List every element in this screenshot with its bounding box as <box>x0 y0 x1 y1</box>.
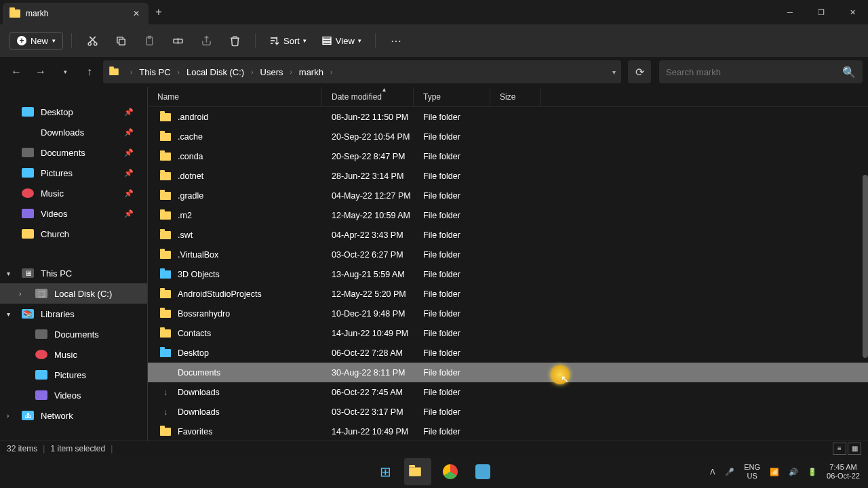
breadcrumb[interactable]: Users <box>259 67 285 77</box>
sidebar-item-downloads[interactable]: Downloads📌 <box>0 122 147 142</box>
file-row[interactable]: .gradle04-May-22 12:27 PMFile folder <box>148 186 868 205</box>
file-name: Downloads <box>178 407 220 417</box>
recent-dropdown[interactable]: ▾ <box>54 61 76 83</box>
language-indicator[interactable]: ENG US <box>744 463 760 481</box>
column-name[interactable]: Name <box>148 87 322 106</box>
chevron-down-icon[interactable]: ▾ <box>612 68 616 76</box>
sidebar-item-lib-videos[interactable]: Videos <box>0 385 147 405</box>
file-row[interactable]: ↓Downloads03-Oct-22 3:17 PMFile folder <box>148 402 868 422</box>
tray-chevron-icon[interactable]: ᐱ <box>710 468 715 476</box>
file-row[interactable]: 3D Objects13-Aug-21 5:59 AMFile folder <box>148 264 868 284</box>
close-window-button[interactable]: ✕ <box>837 0 868 24</box>
breadcrumb[interactable]: markh <box>298 67 325 77</box>
file-row[interactable]: Contacts14-Jun-22 10:49 PMFile folder <box>148 323 868 343</box>
file-row[interactable]: Bossranhydro10-Dec-21 9:48 PMFile folder <box>148 304 868 323</box>
file-row[interactable]: Desktop06-Oct-22 7:28 AMFile folder <box>148 343 868 363</box>
copy-button[interactable] <box>108 28 133 53</box>
refresh-button[interactable]: ⟳ <box>628 60 651 83</box>
search-input[interactable] <box>666 67 842 77</box>
file-row[interactable]: .conda20-Sep-22 8:47 PMFile folder <box>148 146 868 166</box>
breadcrumb[interactable]: Local Disk (C:) <box>185 67 245 77</box>
start-button[interactable]: ⊞ <box>372 458 399 485</box>
file-row[interactable]: .m212-May-22 10:59 AMFile folder <box>148 205 868 225</box>
file-date: 14-Jun-22 10:49 PM <box>322 329 414 338</box>
sidebar-item-desktop[interactable]: Desktop📌 <box>0 102 147 122</box>
back-button[interactable]: ← <box>5 61 27 83</box>
file-row[interactable]: Documents30-Aug-22 8:11 PMFile folder <box>148 363 868 382</box>
view-button[interactable]: View ▾ <box>316 28 367 53</box>
cut-button[interactable] <box>80 28 104 53</box>
file-row[interactable]: .android08-Jun-22 11:50 PMFile folder <box>148 107 868 127</box>
taskbar: ⊞ ᐱ 🎤 ENG US 📶 🔊 🔋 7:45 AM 06-Oct-22 <box>0 455 868 488</box>
chevron-right-icon[interactable]: › <box>7 412 9 420</box>
sort-button[interactable]: Sort ▾ <box>264 28 312 53</box>
file-date: 06-Oct-22 7:28 AM <box>322 348 414 358</box>
sidebar-item-localdisk[interactable]: › ⬚ Local Disk (C:) <box>0 283 147 304</box>
app-icon[interactable] <box>469 458 496 485</box>
tab-title: markh <box>26 9 131 18</box>
share-button[interactable] <box>194 28 218 53</box>
sidebar-item-libraries[interactable]: ▾ 📚 Libraries <box>0 304 147 324</box>
minimize-button[interactable]: ─ <box>774 0 806 24</box>
chevron-down-icon[interactable]: ▾ <box>7 270 10 277</box>
file-list: ▴ Name Date modified Type Size .android0… <box>148 87 868 470</box>
maximize-button[interactable]: ❐ <box>806 0 837 24</box>
sidebar-item-documents[interactable]: Documents📌 <box>0 142 147 163</box>
file-date: 08-Jun-22 11:50 PM <box>322 113 414 122</box>
search-box[interactable]: 🔍 <box>659 60 863 83</box>
navbar: ← → ▾ ↑ › This PC › Local Disk (C:) › Us… <box>0 57 868 87</box>
view-details-button[interactable]: ≡ <box>833 443 846 455</box>
file-row[interactable]: ↓Downloads06-Oct-22 7:45 AMFile folder <box>148 382 868 402</box>
file-date: 14-Jun-22 10:49 PM <box>322 427 414 436</box>
chevron-right-icon: › <box>175 68 182 76</box>
sidebar-item-network[interactable]: › 🖧 Network <box>0 405 147 426</box>
file-name: 3D Objects <box>178 270 220 279</box>
breadcrumb[interactable]: This PC <box>138 67 172 77</box>
sidebar-item-lib-music[interactable]: Music <box>0 344 147 365</box>
sidebar-item-lib-documents[interactable]: Documents <box>0 324 147 344</box>
address-bar[interactable]: › This PC › Local Disk (C:) › Users › ma… <box>103 60 621 83</box>
new-button[interactable]: + New ▾ <box>9 32 63 50</box>
column-date[interactable]: Date modified <box>322 87 414 106</box>
sidebar-item-thispc[interactable]: ▾ 🖥 This PC <box>0 263 147 283</box>
forward-button[interactable]: → <box>30 61 52 83</box>
file-row[interactable]: .VirtualBox03-Oct-22 6:27 PMFile folder <box>148 245 868 264</box>
paste-button[interactable] <box>137 28 161 53</box>
sidebar-item-church[interactable]: Church <box>0 224 147 244</box>
chrome-app[interactable] <box>437 458 464 485</box>
tab-current[interactable]: markh ✕ <box>3 3 149 24</box>
sidebar-item-pictures[interactable]: Pictures📌 <box>0 163 147 183</box>
scrollbar[interactable] <box>863 175 868 358</box>
mic-icon[interactable]: 🎤 <box>725 468 734 476</box>
file-row[interactable]: AndroidStudioProjects12-May-22 5:20 PMFi… <box>148 284 868 304</box>
close-tab-icon[interactable]: ✕ <box>131 9 142 18</box>
docs-icon <box>22 148 34 157</box>
file-row[interactable]: .dotnet28-Jun-22 3:14 PMFile folder <box>148 166 868 186</box>
chevron-right-icon[interactable]: › <box>19 290 21 298</box>
chevron-down-icon[interactable]: ▾ <box>7 310 10 318</box>
sidebar-item-music[interactable]: Music📌 <box>0 183 147 203</box>
file-row[interactable]: .swt04-Apr-22 3:43 PMFile folder <box>148 225 868 245</box>
download-icon: ↓ <box>160 407 171 417</box>
music-icon <box>35 350 47 359</box>
wifi-icon[interactable]: 📶 <box>770 468 779 476</box>
delete-button[interactable] <box>222 28 247 53</box>
sidebar-item-videos[interactable]: Videos📌 <box>0 203 147 224</box>
column-size[interactable]: Size <box>490 87 541 106</box>
view-thumbs-button[interactable]: ▦ <box>848 443 861 455</box>
file-row[interactable]: .cache20-Sep-22 10:54 PMFile folder <box>148 127 868 146</box>
new-tab-button[interactable]: + <box>149 6 169 18</box>
file-row[interactable]: Favorites14-Jun-22 10:49 PMFile folder <box>148 422 868 441</box>
battery-icon[interactable]: 🔋 <box>808 468 817 476</box>
rename-button[interactable] <box>165 28 190 53</box>
sidebar-item-lib-pictures[interactable]: Pictures <box>0 365 147 385</box>
explorer-app[interactable] <box>404 458 431 485</box>
column-type[interactable]: Type <box>414 87 490 106</box>
file-name: Desktop <box>178 348 209 358</box>
volume-icon[interactable]: 🔊 <box>789 468 798 476</box>
up-button[interactable]: ↑ <box>79 61 100 83</box>
desktop-icon <box>22 107 34 117</box>
clock[interactable]: 7:45 AM 06-Oct-22 <box>827 463 860 481</box>
more-button[interactable]: ⋯ <box>384 28 408 53</box>
file-name: .dotnet <box>178 171 203 181</box>
